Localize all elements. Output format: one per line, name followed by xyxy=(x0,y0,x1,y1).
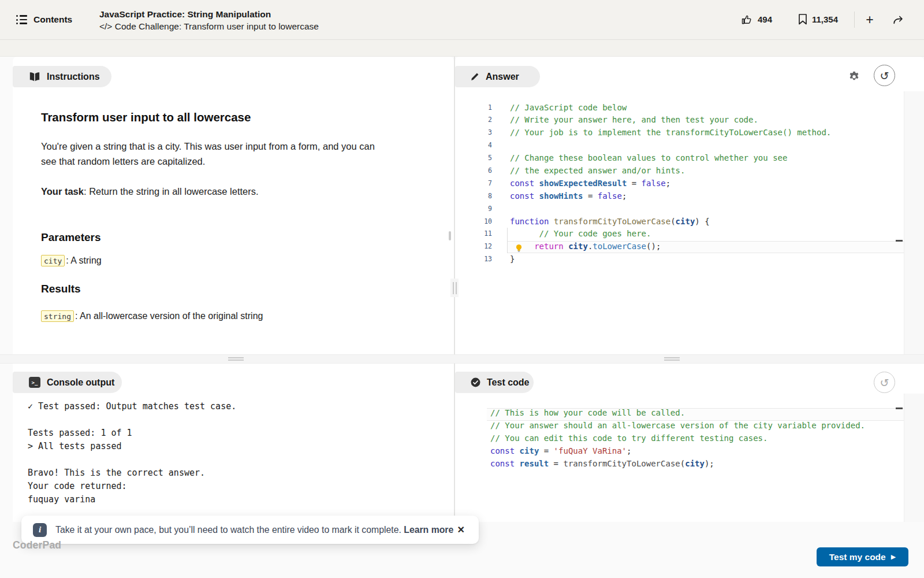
challenge-description: You're given a string that is a city. Th… xyxy=(41,139,379,169)
learn-more-link[interactable]: Learn more xyxy=(404,525,453,535)
column-handle-bar-1 xyxy=(453,282,454,294)
line-number: 7 xyxy=(472,177,492,190)
toast-message: Take it at your own pace, but you’ll nee… xyxy=(55,525,453,535)
code-line: // the expected answer and/or hints. xyxy=(510,165,831,177)
code-line: // This is how your code will be called. xyxy=(490,407,865,420)
contents-button[interactable]: Contents xyxy=(16,13,72,27)
code-line: // You can edit this code to try differe… xyxy=(490,432,865,445)
code-line: // Your answer should an all-lowercase v… xyxy=(490,420,865,432)
row-divider[interactable] xyxy=(0,354,924,364)
line-number: 8 xyxy=(472,190,492,203)
code-line xyxy=(510,203,831,216)
video-notice-toast: i Take it at your own pace, but you’ll n… xyxy=(21,516,479,544)
answer-line-numbers: 12345678910111213 xyxy=(472,102,492,266)
hint-lightbulb-icon[interactable] xyxy=(515,244,523,253)
test-reset-button[interactable]: ↺ xyxy=(874,372,895,393)
bookmark-count: 11,354 xyxy=(812,14,838,24)
lesson-subtitle: </> Code Challenge: Transform user input… xyxy=(99,20,319,33)
test-code-editor[interactable]: // This is how your code will be called.… xyxy=(490,407,865,470)
right-row-resize-handle[interactable] xyxy=(664,357,680,358)
console-output-text: ✓ Test passed: Output matches test case.… xyxy=(28,400,236,506)
code-line xyxy=(510,139,831,152)
line-number: 6 xyxy=(472,165,492,177)
like-button[interactable] xyxy=(741,14,752,25)
pencil-icon xyxy=(470,72,480,81)
thumbs-up-icon xyxy=(741,14,752,25)
code-line: // Change these boolean values to contro… xyxy=(510,152,831,165)
result-type-badge: string xyxy=(41,310,74,322)
book-icon xyxy=(29,72,40,82)
instructions-tab[interactable]: Instructions xyxy=(13,66,111,87)
answer-reset-button[interactable]: ↺ xyxy=(874,65,895,86)
console-line: Tests passed: 1 of 1 xyxy=(28,427,236,440)
code-line: function transformCityToLowerCase(city) … xyxy=(510,216,831,228)
console-line: > All tests passed xyxy=(28,440,236,453)
task-line: Your task: Return the string in all lowe… xyxy=(41,184,259,199)
right-row-resize-handle-2 xyxy=(664,360,680,361)
answer-tab-label: Answer xyxy=(486,72,519,82)
play-icon: ▶ xyxy=(891,553,896,561)
answer-scroll-divider xyxy=(904,91,904,354)
lesson-title-block: JavaScript Practice: String Manipulation… xyxy=(99,8,319,33)
indent-guide xyxy=(507,228,508,253)
contents-label: Contents xyxy=(33,14,72,25)
result-row: string: An all-lowercase version of the … xyxy=(41,310,263,322)
test-code-tab-label: Test code xyxy=(487,377,530,388)
console-line xyxy=(28,413,236,427)
share-button[interactable] xyxy=(892,13,905,26)
bookmark-button[interactable] xyxy=(798,13,808,25)
console-line: Bravo! This is the correct answer. xyxy=(28,466,236,480)
result-description: : An all-lowercase version of the origin… xyxy=(75,311,263,321)
console-line: fuquay varina xyxy=(28,493,236,506)
instructions-scrollbar-thumb[interactable] xyxy=(449,231,451,240)
code-line: const result = transformCityToLowerCase(… xyxy=(490,458,865,470)
test-code-tab[interactable]: Test code xyxy=(455,372,534,393)
console-tab[interactable]: >_ Console output xyxy=(13,372,122,393)
line-number: 2 xyxy=(472,114,492,127)
answer-panel: Answer ↺ 12345678910111213 // JavaScript… xyxy=(455,57,924,354)
parameter-row: city: A string xyxy=(41,255,102,266)
console-line: Your code returned: xyxy=(28,480,236,493)
console-line: ✓ Test passed: Output matches test case. xyxy=(28,400,236,413)
toast-close-button[interactable]: ✕ xyxy=(457,524,465,535)
line-number: 11 xyxy=(472,228,492,240)
test-my-code-button[interactable]: Test my code ▶ xyxy=(817,547,908,566)
param-description: : A string xyxy=(66,255,101,266)
like-count: 494 xyxy=(758,14,772,24)
instructions-tab-label: Instructions xyxy=(47,72,100,82)
terminal-icon: >_ xyxy=(29,377,40,388)
reset-icon: ↺ xyxy=(880,69,889,82)
contents-list-icon xyxy=(16,15,28,24)
answer-code-editor[interactable]: // JavaScript code below// Write your an… xyxy=(510,102,831,266)
add-button[interactable]: + xyxy=(860,10,879,29)
coderpad-logo: CoderPad xyxy=(13,539,61,551)
answer-scrollbar-track[interactable] xyxy=(904,91,924,354)
challenge-heading: Transform user input to all lowercase xyxy=(41,110,251,124)
code-line: const showHints = false; xyxy=(510,190,831,203)
results-heading: Results xyxy=(41,283,81,295)
code-line: return city.toLowerCase(); xyxy=(510,240,831,253)
task-label: Your task xyxy=(41,186,84,197)
settings-button[interactable] xyxy=(848,69,860,82)
code-line: // Your code goes here. xyxy=(510,228,831,240)
line-number: 3 xyxy=(472,127,492,139)
left-row-resize-handle[interactable] xyxy=(228,357,244,358)
info-icon: i xyxy=(33,523,47,537)
header-divider xyxy=(854,12,855,28)
param-name-badge: city xyxy=(41,255,65,266)
code-line: // Write your answer here, and then test… xyxy=(510,114,831,127)
left-row-resize-handle-2 xyxy=(228,360,244,361)
test-scrollbar-track[interactable] xyxy=(904,394,924,522)
answer-tab[interactable]: Answer xyxy=(455,66,540,87)
gear-icon xyxy=(848,69,860,82)
code-line: // JavaScript code below xyxy=(510,102,831,114)
check-circle-icon xyxy=(470,377,481,388)
column-resize-handle[interactable] xyxy=(450,279,459,297)
line-number: 13 xyxy=(472,253,492,266)
test-reset-icon: ↺ xyxy=(880,376,889,389)
share-arrow-icon xyxy=(892,13,905,26)
column-handle-bar-2 xyxy=(456,282,457,294)
answer-cursor-mark xyxy=(896,240,903,242)
code-line: const showExpectedResult = false; xyxy=(510,177,831,190)
lesson-title: JavaScript Practice: String Manipulation xyxy=(99,8,319,20)
